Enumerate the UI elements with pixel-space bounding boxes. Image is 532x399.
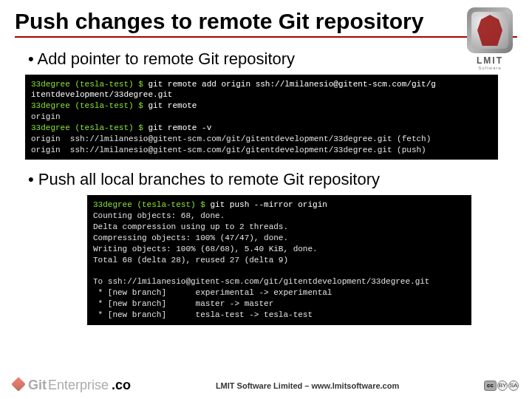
output: origin ssh://lmilanesio@gitent-scm.com/g… bbox=[31, 134, 431, 143]
command: git push --mirror origin bbox=[210, 200, 327, 209]
command: git remote bbox=[148, 101, 197, 110]
lmit-logo-box bbox=[467, 7, 513, 53]
output: Compressing objects: 100% (47/47), done. bbox=[93, 233, 288, 242]
enterprise-text: Enterprise bbox=[48, 378, 109, 393]
slide-footer: Git Enterprise .co LMIT Software Limited… bbox=[0, 378, 532, 393]
slide-header: Push changes to remote Git repository LM… bbox=[0, 0, 532, 41]
output: * [new branch] master -> master bbox=[93, 299, 273, 308]
lmit-logo: LMIT Software bbox=[461, 7, 519, 70]
prompt: 33degree (tesla-test) $ bbox=[31, 123, 148, 132]
title-underline bbox=[15, 36, 517, 38]
lmit-logo-text: LMIT bbox=[461, 55, 519, 66]
lmit-logo-subtext: Software bbox=[461, 66, 519, 70]
output: * [new branch] tesla-test -> tesla-test bbox=[93, 310, 313, 319]
prompt: 33degree (tesla-test) $ bbox=[31, 101, 148, 110]
output: origin bbox=[31, 112, 61, 121]
git-text: Git bbox=[28, 378, 47, 393]
output: origin ssh://lmilanesio@gitent-scm.com/g… bbox=[31, 146, 426, 154]
bullet-2: Push all local branches to remote Git re… bbox=[28, 170, 511, 189]
terminal-block-1: 33degree (tesla-test) $ git remote add o… bbox=[25, 75, 498, 160]
lmit-logo-mark bbox=[477, 15, 502, 46]
cc-by-icon: BY bbox=[497, 381, 508, 391]
git-icon bbox=[11, 377, 26, 392]
cc-badge: cc bbox=[484, 381, 497, 391]
slide-title: Push changes to remote Git repository bbox=[15, 9, 429, 35]
bullet-1: Add pointer to remote Git repository bbox=[28, 50, 511, 69]
output: Counting objects: 68, done. bbox=[93, 211, 225, 220]
prompt: 33degree (tesla-test) $ bbox=[31, 80, 148, 89]
output: To ssh://lmilanesio@gitent-scm.com/git/g… bbox=[93, 277, 429, 286]
output: Delta compression using up to 2 threads. bbox=[93, 222, 288, 231]
output: * [new branch] experimental -> experimen… bbox=[93, 288, 332, 297]
gitenterprise-logo: Git Enterprise .co bbox=[13, 378, 131, 393]
cc-license: cc BY SA bbox=[484, 381, 519, 391]
cc-sa-icon: SA bbox=[508, 381, 519, 391]
command-cont: itentdevelopment/33degree.git bbox=[31, 90, 172, 99]
command: git remote -v bbox=[148, 123, 211, 132]
command: git remote add origin ssh://lmilanesio@g… bbox=[148, 80, 435, 89]
output: Total 68 (delta 28), reused 27 (delta 9) bbox=[93, 256, 288, 265]
slide-content: Add pointer to remote Git repository 33d… bbox=[0, 41, 532, 325]
footer-attribution: LMIT Software Limited – www.lmitsoftware… bbox=[131, 381, 484, 390]
output: Writing objects: 100% (68/68), 5.40 KiB,… bbox=[93, 245, 318, 253]
terminal-block-2: 33degree (tesla-test) $ git push --mirro… bbox=[87, 195, 471, 324]
prompt: 33degree (tesla-test) $ bbox=[93, 200, 210, 209]
co-text: .co bbox=[112, 378, 131, 393]
